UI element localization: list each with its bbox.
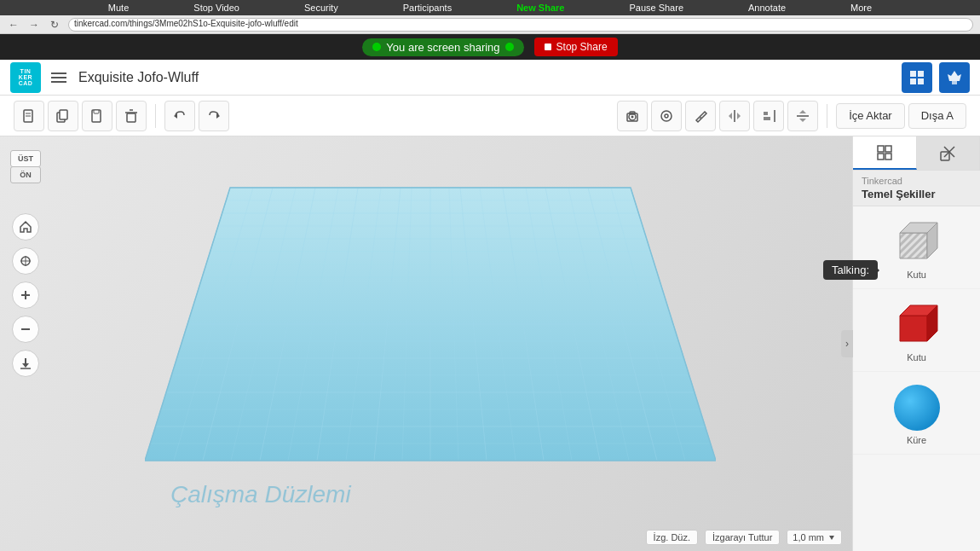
- shape-item-sphere[interactable]: Küre: [853, 372, 980, 455]
- zoom-out-button[interactable]: [12, 316, 39, 343]
- fit-icon: [19, 254, 32, 268]
- more-btn[interactable]: More: [844, 3, 879, 13]
- svg-marker-84: [829, 536, 834, 540]
- home-icon: [19, 220, 32, 234]
- view-cube[interactable]: ÜST ÖN: [1, 150, 50, 200]
- participants-btn[interactable]: Participants: [396, 3, 458, 13]
- workplane-tool[interactable]: [651, 101, 682, 131]
- align-icon: [761, 108, 776, 124]
- hamburger-menu[interactable]: [51, 69, 68, 86]
- svg-rect-12: [94, 110, 99, 113]
- view-top[interactable]: ÜST: [10, 150, 41, 167]
- ruler-icon: [693, 108, 708, 124]
- sphere-preview: [890, 380, 944, 432]
- zoom-out-icon: [19, 322, 32, 336]
- annotate-btn[interactable]: Annotate: [741, 3, 793, 13]
- workplane-icon: [659, 108, 674, 124]
- shape-label-red: Kutu: [907, 352, 926, 362]
- svg-rect-30: [764, 117, 770, 120]
- izg-label: İzg. Düz.: [646, 530, 698, 545]
- mirror-tool[interactable]: [719, 101, 750, 131]
- flip-tool[interactable]: [787, 101, 818, 131]
- home-view-button[interactable]: [12, 213, 39, 241]
- svg-rect-87: [878, 154, 884, 160]
- forward-button[interactable]: →: [27, 18, 41, 32]
- grid-snap[interactable]: 1,0 mm: [787, 530, 842, 545]
- camera-tool[interactable]: [617, 101, 648, 131]
- svg-marker-28: [737, 113, 741, 119]
- sphere-shape: [894, 385, 940, 431]
- workspace: ÜST ÖN: [0, 136, 980, 551]
- app-header: TIN KER CAD Exquisite Jofo-Wluff: [0, 60, 980, 96]
- stop-video-btn[interactable]: Stop Video: [187, 3, 246, 13]
- download-button[interactable]: [12, 350, 39, 377]
- svg-rect-3: [918, 78, 924, 84]
- dropdown-icon: [827, 533, 836, 542]
- toolbar-separator-1: [155, 104, 156, 128]
- paste-button[interactable]: [82, 101, 112, 131]
- security-btn[interactable]: Security: [297, 3, 345, 13]
- mute-btn[interactable]: Mute: [101, 3, 135, 13]
- copy-icon: [55, 108, 71, 124]
- address-input[interactable]: tinkercad.com/things/3Mme02hS1o-Exquisit…: [68, 18, 973, 32]
- trash-icon: [124, 108, 139, 124]
- svg-marker-35: [20, 222, 31, 232]
- copy-button[interactable]: [48, 101, 78, 131]
- grid-value: 1,0 mm: [793, 532, 824, 542]
- align-tool[interactable]: [753, 101, 784, 131]
- striped-box-preview: [890, 215, 944, 266]
- back-button[interactable]: ←: [7, 18, 20, 32]
- svg-point-19: [631, 115, 634, 118]
- status-bar: İzg. Düz. İzgarayı Tuttur 1,0 mm: [0, 524, 852, 551]
- red-box-preview: [890, 298, 944, 349]
- pause-share-btn[interactable]: Pause Share: [622, 3, 690, 13]
- sidebar-tabs: [853, 136, 980, 171]
- zoom-in-button[interactable]: [12, 281, 39, 309]
- view-front[interactable]: ÖN: [10, 166, 41, 183]
- export-button[interactable]: Dışa A: [908, 103, 966, 129]
- svg-rect-13: [127, 113, 135, 122]
- download-icon: [19, 357, 32, 370]
- sidebar-collapse-button[interactable]: ›: [841, 330, 853, 357]
- canvas-area[interactable]: ÜST ÖN: [0, 136, 852, 551]
- new-button[interactable]: [14, 101, 44, 131]
- import-button[interactable]: İçe Aktar: [836, 103, 905, 129]
- svg-rect-85: [878, 146, 884, 152]
- mirror-icon: [727, 108, 742, 124]
- header-right: [902, 62, 970, 93]
- svg-marker-44: [22, 363, 29, 368]
- tinkercad-logo: TIN KER CAD: [10, 62, 41, 93]
- shapes-tab-icon: [939, 145, 956, 162]
- ruler-tool[interactable]: [685, 101, 716, 131]
- refresh-button[interactable]: ↻: [48, 18, 61, 32]
- delete-button[interactable]: [116, 101, 147, 131]
- shape-label-sphere: Küre: [907, 435, 926, 445]
- tab-grid[interactable]: [853, 136, 917, 170]
- right-sidebar: › Talking: Tinke: [852, 136, 980, 551]
- left-panel: ÜST ÖN: [0, 136, 51, 377]
- svg-point-23: [665, 114, 668, 118]
- svg-marker-97: [900, 316, 927, 341]
- new-icon: [21, 108, 37, 124]
- undo-icon: [172, 108, 187, 124]
- undo-button[interactable]: [164, 101, 195, 131]
- category-label: Tinkercad: [862, 176, 971, 186]
- grid-view-button[interactable]: [902, 62, 932, 93]
- craft-button[interactable]: [939, 62, 970, 93]
- svg-rect-2: [910, 78, 916, 84]
- address-bar: ← → ↻ tinkercad.com/things/3Mme02hS1o-Ex…: [0, 15, 980, 34]
- stop-share-button[interactable]: Stop Share: [534, 38, 618, 56]
- svg-rect-29: [764, 112, 768, 115]
- stop-icon: [545, 44, 551, 50]
- craft-icon: [946, 69, 963, 86]
- talking-tooltip: Talking:: [823, 260, 878, 280]
- redo-button[interactable]: [199, 101, 229, 131]
- fit-view-button[interactable]: [12, 247, 39, 275]
- shape-item-red-box[interactable]: Kutu: [853, 289, 980, 372]
- tab-shapes[interactable]: [917, 136, 981, 170]
- new-share-btn[interactable]: New Share: [510, 3, 571, 13]
- zoom-in-icon: [19, 288, 32, 302]
- svg-point-22: [661, 111, 672, 121]
- svg-rect-10: [60, 110, 67, 119]
- svg-rect-86: [885, 146, 891, 152]
